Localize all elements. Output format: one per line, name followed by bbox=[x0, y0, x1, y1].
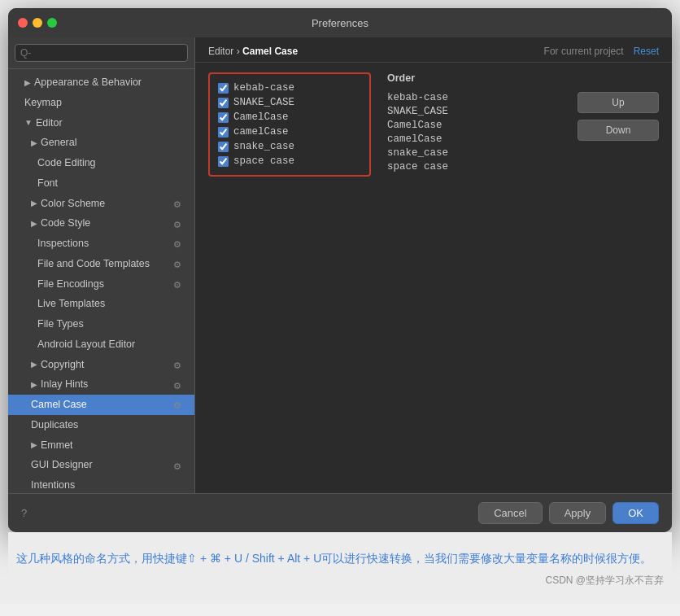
sidebar-item-gui-designer[interactable]: GUI Designer ⚙ bbox=[8, 455, 194, 475]
order-panel: Order kebab-case SNAKE_CASE CamelCase ca… bbox=[387, 72, 545, 483]
checkbox-row-camel-lower: camelCase bbox=[218, 125, 361, 139]
below-content: 这几种风格的命名方式，用快捷键⇧ + ⌘ + U / Shift + Alt +… bbox=[8, 532, 672, 596]
sidebar-item-code-editing[interactable]: Code Editing bbox=[8, 153, 194, 173]
checkbox-camel-case-lower[interactable] bbox=[218, 127, 229, 138]
settings-icon: ⚙ bbox=[173, 218, 185, 229]
description-text: 这几种风格的命名方式，用快捷键⇧ + ⌘ + U / Shift + Alt +… bbox=[16, 548, 664, 569]
sidebar-item-appearance[interactable]: ▶ Appearance & Behavior bbox=[8, 72, 194, 93]
ok-button[interactable]: OK bbox=[612, 502, 659, 524]
list-item: kebab-case bbox=[387, 90, 545, 104]
sidebar-item-file-types[interactable]: File Types bbox=[8, 314, 194, 334]
checkbox-kebab-case[interactable] bbox=[218, 83, 229, 94]
expand-arrow-icon: ▶ bbox=[31, 378, 37, 391]
expand-arrow-icon: ▼ bbox=[24, 116, 33, 129]
list-item: CamelCase bbox=[387, 118, 545, 132]
checkbox-label-kebab: kebab-case bbox=[233, 82, 294, 94]
preferences-dialog: Preferences ▶ Appearance & Behavior Key bbox=[8, 8, 672, 532]
list-item: snake_case bbox=[387, 146, 545, 159]
sidebar-item-live-templates[interactable]: Live Templates bbox=[8, 294, 194, 314]
apply-button[interactable]: Apply bbox=[549, 502, 607, 524]
sidebar-item-general[interactable]: ▶ General bbox=[8, 133, 194, 153]
checkbox-label-camel-lower: camelCase bbox=[233, 126, 289, 138]
minimize-button[interactable] bbox=[33, 18, 42, 28]
checkbox-space-case[interactable] bbox=[218, 156, 229, 167]
breadcrumb: Editor › Camel Case bbox=[208, 46, 298, 57]
down-button[interactable]: Down bbox=[578, 120, 659, 141]
order-list: kebab-case SNAKE_CASE CamelCase camelCas… bbox=[387, 90, 545, 173]
outer-wrapper: Preferences ▶ Appearance & Behavior Key bbox=[0, 0, 680, 604]
sidebar-nav: ▶ Appearance & Behavior Keymap ▼ Editor bbox=[8, 69, 194, 493]
sidebar-item-emmet[interactable]: ▶ Emmet bbox=[8, 435, 194, 456]
expand-arrow-icon: ▶ bbox=[31, 217, 37, 229]
expand-arrow-icon: ▶ bbox=[24, 76, 31, 89]
checkbox-snake-case-upper[interactable] bbox=[218, 98, 229, 108]
title-bar: Preferences bbox=[8, 8, 672, 37]
settings-icon: ⚙ bbox=[173, 238, 185, 249]
sidebar-item-camel-case[interactable]: Camel Case ⚙ bbox=[8, 395, 194, 415]
csdn-credit: CSDN @坚持学习永不言弃 bbox=[16, 574, 664, 588]
traffic-lights bbox=[18, 18, 57, 28]
checkbox-label-snake-upper: SNAKE_CASE bbox=[233, 97, 294, 108]
checkbox-row-space: space case bbox=[218, 154, 361, 168]
checkbox-label-camel-upper: CamelCase bbox=[233, 111, 289, 123]
settings-icon: ⚙ bbox=[173, 359, 185, 370]
settings-icon: ⚙ bbox=[173, 198, 185, 209]
sidebar-item-editor[interactable]: ▼ Editor bbox=[8, 113, 194, 133]
sidebar-item-color-scheme[interactable]: ▶ Color Scheme ⚙ bbox=[8, 194, 194, 214]
sidebar-item-file-code-templates[interactable]: File and Code Templates ⚙ bbox=[8, 254, 194, 274]
order-buttons: Up Down bbox=[561, 72, 659, 483]
sidebar-item-inlay-hints[interactable]: ▶ Inlay Hints ⚙ bbox=[8, 374, 194, 395]
list-item: camelCase bbox=[387, 132, 545, 146]
dialog-body: ▶ Appearance & Behavior Keymap ▼ Editor bbox=[8, 37, 672, 493]
sidebar-item-android-layout-editor[interactable]: Android Layout Editor bbox=[8, 334, 194, 355]
checkbox-label-space: space case bbox=[233, 155, 294, 167]
maximize-button[interactable] bbox=[47, 18, 57, 28]
main-content: Editor › Camel Case For current project … bbox=[195, 37, 672, 493]
checkbox-bordered-group: kebab-case SNAKE_CASE CamelCase bbox=[208, 72, 371, 177]
list-item: SNAKE_CASE bbox=[387, 104, 545, 118]
main-header: Editor › Camel Case For current project … bbox=[195, 37, 672, 63]
sidebar-item-keymap[interactable]: Keymap bbox=[8, 93, 194, 113]
sidebar-item-code-style[interactable]: ▶ Code Style ⚙ bbox=[8, 213, 194, 234]
checkbox-row-camel-upper: CamelCase bbox=[218, 110, 361, 125]
sidebar-item-inspections[interactable]: Inspections ⚙ bbox=[8, 234, 194, 254]
checkbox-row-snake-upper: SNAKE_CASE bbox=[218, 95, 361, 110]
main-body: kebab-case SNAKE_CASE CamelCase bbox=[195, 63, 672, 493]
dialog-footer: ? Cancel Apply OK bbox=[8, 493, 672, 532]
up-button[interactable]: Up bbox=[578, 92, 659, 113]
expand-arrow-icon: ▶ bbox=[31, 197, 37, 209]
checkbox-row-snake-lower: snake_case bbox=[218, 139, 361, 154]
sidebar: ▶ Appearance & Behavior Keymap ▼ Editor bbox=[8, 37, 195, 493]
order-title: Order bbox=[387, 72, 545, 84]
sidebar-item-copyright[interactable]: ▶ Copyright ⚙ bbox=[8, 355, 194, 375]
help-button[interactable]: ? bbox=[21, 507, 27, 519]
checkbox-row-kebab: kebab-case bbox=[218, 81, 361, 95]
sidebar-item-font[interactable]: Font bbox=[8, 173, 194, 194]
sidebar-item-intentions[interactable]: Intentions bbox=[8, 475, 194, 493]
settings-icon: ⚙ bbox=[173, 379, 185, 391]
checkbox-camel-case-upper[interactable] bbox=[218, 112, 229, 123]
expand-arrow-icon: ▶ bbox=[31, 439, 37, 451]
dialog-title: Preferences bbox=[312, 17, 368, 29]
for-current-project-label: For current project bbox=[544, 46, 624, 57]
close-button[interactable] bbox=[18, 18, 28, 28]
cancel-button[interactable]: Cancel bbox=[478, 502, 542, 524]
settings-icon: ⚙ bbox=[173, 460, 185, 471]
search-input[interactable] bbox=[15, 44, 188, 62]
settings-icon: ⚙ bbox=[173, 399, 185, 410]
sidebar-search-container bbox=[8, 37, 194, 69]
expand-arrow-icon: ▶ bbox=[31, 358, 37, 370]
checkbox-label-snake-lower: snake_case bbox=[233, 141, 294, 152]
reset-button[interactable]: Reset bbox=[634, 46, 659, 57]
footer-buttons: Cancel Apply OK bbox=[478, 502, 659, 524]
sidebar-item-file-encodings[interactable]: File Encodings ⚙ bbox=[8, 274, 194, 295]
list-item: space case bbox=[387, 159, 545, 173]
sidebar-item-duplicates[interactable]: Duplicates bbox=[8, 415, 194, 435]
header-right: For current project Reset bbox=[544, 46, 659, 57]
checkboxes-panel: kebab-case SNAKE_CASE CamelCase bbox=[208, 72, 371, 483]
settings-icon: ⚙ bbox=[173, 278, 185, 290]
checkbox-snake-case-lower[interactable] bbox=[218, 142, 229, 152]
expand-arrow-icon: ▶ bbox=[31, 137, 37, 149]
settings-icon: ⚙ bbox=[173, 258, 185, 269]
